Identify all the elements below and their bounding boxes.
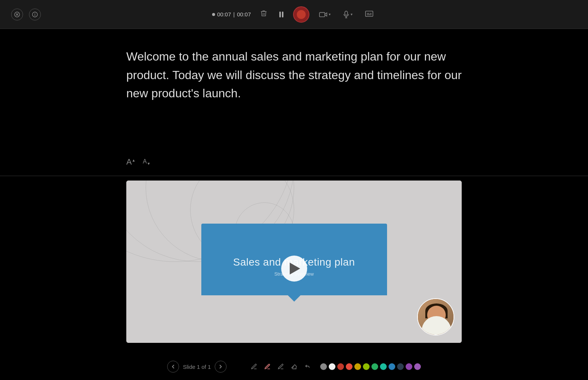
- record-button[interactable]: [293, 6, 309, 23]
- presenter-avatar: [417, 298, 454, 335]
- slide-navigation: Slide 1 of 1: [167, 361, 226, 373]
- color-swatch-gray[interactable]: [320, 363, 327, 370]
- color-swatch-red2[interactable]: [346, 363, 353, 370]
- svg-rect-6: [319, 12, 325, 17]
- time-current: 00:07: [217, 11, 231, 17]
- color-swatch-violet[interactable]: [414, 363, 421, 370]
- time-separator: |: [233, 11, 235, 17]
- divider: [0, 176, 588, 176]
- transcript-text: Welcome to the annual sales and marketin…: [126, 48, 462, 103]
- slide-area[interactable]: Sales and marketing plan Strategic overv…: [126, 181, 462, 343]
- time-total: 00:07: [237, 11, 251, 17]
- color-swatch-yellow[interactable]: [354, 363, 361, 370]
- font-controls: A▲ A▼: [126, 157, 150, 167]
- bottom-navigation: Slide 1 of 1: [0, 361, 588, 373]
- next-slide-button[interactable]: [215, 361, 227, 373]
- color-swatches: [320, 363, 421, 370]
- toolbar: 00:07 | 00:07 ▾: [0, 0, 588, 29]
- color-swatch-teal[interactable]: [380, 363, 387, 370]
- increase-font-button[interactable]: A▲: [126, 157, 136, 167]
- play-overlay: [281, 256, 307, 282]
- transcript-area: Welcome to the annual sales and marketin…: [126, 44, 462, 107]
- camera-button[interactable]: ▾: [316, 10, 334, 19]
- color-swatch-white[interactable]: [329, 363, 335, 370]
- marker-tool-button[interactable]: [262, 362, 273, 371]
- toolbar-center: 00:07 | 00:07 ▾: [212, 6, 376, 23]
- color-swatch-navy[interactable]: [397, 363, 404, 370]
- slide-content: Sales and marketing plan Strategic overv…: [201, 224, 387, 300]
- color-swatch-red[interactable]: [337, 363, 344, 370]
- delete-button[interactable]: [258, 8, 270, 20]
- color-swatch-blue[interactable]: [389, 363, 395, 370]
- prev-slide-button[interactable]: [167, 361, 179, 373]
- avatar-body: [422, 316, 451, 335]
- color-swatch-olive[interactable]: [363, 363, 370, 370]
- mic-chevron: ▾: [351, 12, 353, 16]
- time-display: 00:07 | 00:07: [212, 11, 251, 17]
- pause-button[interactable]: [276, 10, 286, 19]
- avatar-image: [418, 299, 454, 335]
- slide-background: Sales and marketing plan Strategic overv…: [126, 181, 462, 343]
- decrease-font-button[interactable]: A▼: [143, 158, 151, 166]
- slide-main-card: Sales and marketing plan Strategic overv…: [201, 241, 387, 295]
- undo-tool-button[interactable]: [302, 362, 313, 371]
- slide-top-bar: [201, 224, 387, 241]
- play-icon: [290, 263, 300, 275]
- mic-button[interactable]: ▾: [340, 9, 355, 20]
- pen-tool-button[interactable]: [249, 362, 259, 371]
- pause-icon: [279, 12, 283, 17]
- toolbar-left: [11, 9, 41, 20]
- svg-point-5: [35, 13, 35, 13]
- close-button[interactable]: [11, 9, 23, 20]
- main-content: Welcome to the annual sales and marketin…: [0, 29, 588, 380]
- color-swatch-green[interactable]: [371, 363, 378, 370]
- camera-chevron: ▾: [329, 12, 331, 16]
- caption-button[interactable]: [362, 9, 376, 20]
- svg-rect-8: [345, 11, 347, 15]
- info-button[interactable]: [29, 9, 41, 20]
- highlighter-tool-button[interactable]: [276, 362, 286, 371]
- color-swatch-purple[interactable]: [406, 363, 412, 370]
- recording-dot: [212, 13, 215, 16]
- record-inner: [297, 10, 306, 19]
- drawing-tools: [249, 362, 313, 371]
- eraser-tool-button[interactable]: [289, 362, 299, 371]
- svg-rect-11: [366, 11, 373, 16]
- play-button[interactable]: [281, 256, 307, 282]
- slide-label: Slide 1 of 1: [183, 364, 211, 370]
